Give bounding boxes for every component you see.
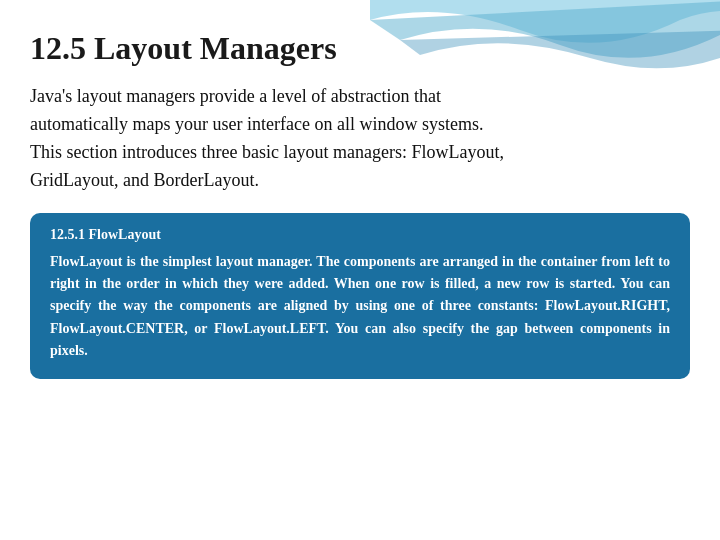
- intro-line3: This section introduces three basic layo…: [30, 142, 504, 162]
- intro-line1: Java's layout managers provide a level o…: [30, 86, 441, 106]
- section-title: 12.5.1 FlowLayout: [50, 227, 670, 243]
- section-box: 12.5.1 FlowLayout FlowLayout is the simp…: [30, 213, 690, 379]
- intro-line4: GridLayout, and BorderLayout.: [30, 170, 259, 190]
- intro-paragraph: Java's layout managers provide a level o…: [30, 83, 690, 195]
- intro-line2: automatically maps your user interface o…: [30, 114, 483, 134]
- page-title: 12.5 Layout Managers: [30, 30, 690, 67]
- section-body: FlowLayout is the simplest layout manage…: [50, 251, 670, 363]
- main-content: 12.5 Layout Managers Java's layout manag…: [0, 0, 720, 399]
